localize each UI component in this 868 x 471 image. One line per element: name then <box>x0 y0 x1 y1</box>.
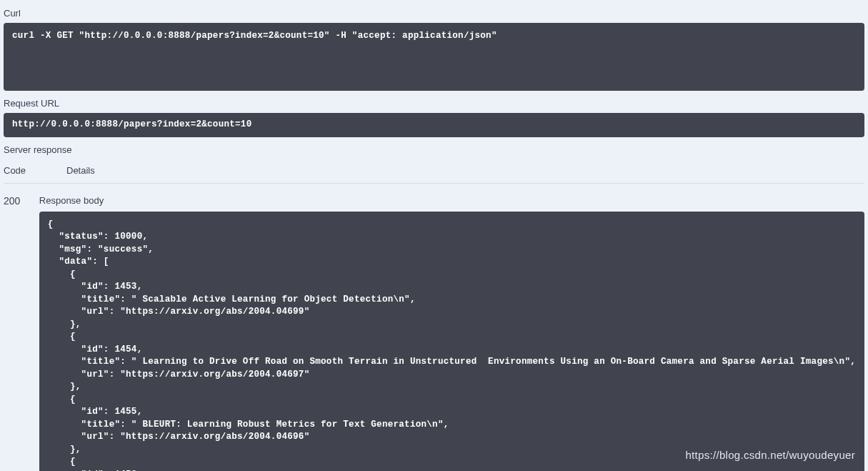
response-body-label: Response body <box>39 195 864 206</box>
server-response-section: Server response Code Details 200 Respons… <box>4 144 864 472</box>
request-url-label: Request URL <box>4 98 864 109</box>
response-table-header: Code Details <box>4 159 864 184</box>
server-response-label: Server response <box>4 144 864 155</box>
request-url-block[interactable]: http://0.0.0.0:8888/papers?index=2&count… <box>4 113 864 137</box>
response-row: 200 Response body { "status": 10000, "ms… <box>4 195 864 472</box>
watermark: https://blog.csdn.net/wuyoudeyuer <box>685 449 855 461</box>
code-header: Code <box>4 165 66 176</box>
response-details: Response body { "status": 10000, "msg": … <box>39 195 864 472</box>
status-code: 200 <box>4 195 39 472</box>
curl-label: Curl <box>4 8 864 19</box>
request-url-section: Request URL http://0.0.0.0:8888/papers?i… <box>4 98 864 137</box>
response-body-block[interactable]: { "status": 10000, "msg": "success", "da… <box>39 212 864 472</box>
details-header: Details <box>66 165 864 176</box>
curl-command-block[interactable]: curl -X GET "http://0.0.0.0:8888/papers?… <box>4 23 864 91</box>
curl-section: Curl curl -X GET "http://0.0.0.0:8888/pa… <box>4 8 864 91</box>
